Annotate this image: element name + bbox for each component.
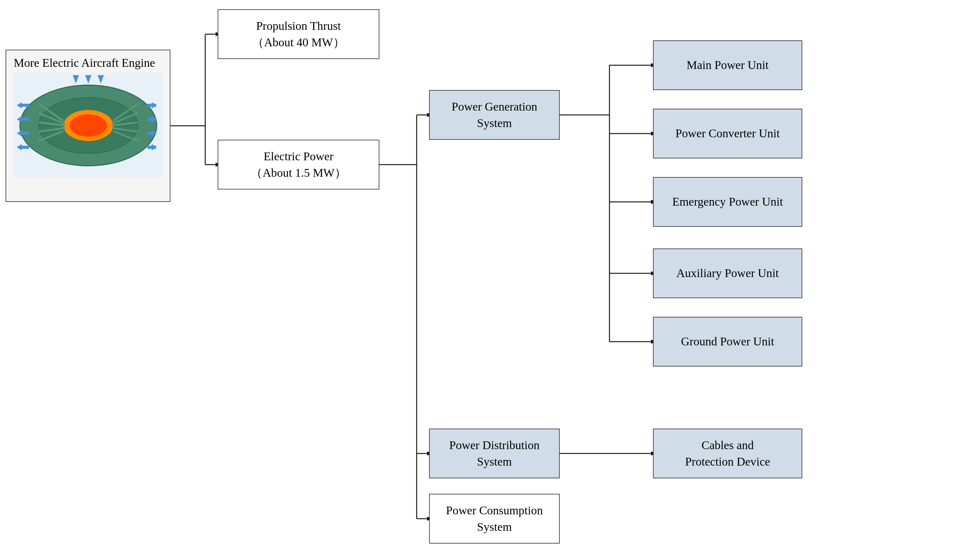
svg-marker-49 (20, 146, 29, 149)
engine-label: More Electric Aircraft Engine (14, 56, 155, 70)
main-power-unit-label: Main Power Unit (687, 57, 769, 73)
ground-power-unit-label: Ground Power Unit (681, 334, 774, 349)
engine-box: More Electric Aircraft Engine (6, 50, 171, 202)
svg-marker-43 (20, 104, 29, 107)
electric-power-box: Electric Power（About 1.5 MW） (217, 140, 379, 190)
power-consumption-box: Power ConsumptionSystem (429, 494, 560, 543)
svg-point-32 (70, 114, 107, 137)
cables-protection-box: Cables andProtection Device (653, 428, 802, 478)
diagram-container: More Electric Aircraft Engine (0, 0, 977, 560)
power-generation-label: Power GenerationSystem (452, 98, 537, 132)
power-generation-box: Power GenerationSystem (429, 90, 560, 140)
svg-marker-45 (20, 118, 29, 121)
propulsion-thrust-box: Propulsion Thrust（About 40 MW） (217, 9, 379, 59)
power-distribution-label: Power DistributionSystem (449, 437, 539, 470)
emergency-power-unit-box: Emergency Power Unit (653, 177, 802, 227)
cables-protection-label: Cables andProtection Device (685, 437, 770, 470)
main-power-unit-box: Main Power Unit (653, 40, 802, 90)
power-consumption-label: Power ConsumptionSystem (446, 502, 543, 535)
auxiliary-power-unit-label: Auxiliary Power Unit (676, 265, 779, 281)
propulsion-thrust-label: Propulsion Thrust（About 40 MW） (252, 18, 345, 51)
emergency-power-unit-label: Emergency Power Unit (672, 194, 783, 209)
power-distribution-box: Power DistributionSystem (429, 428, 560, 478)
electric-power-label: Electric Power（About 1.5 MW） (251, 148, 346, 181)
power-converter-unit-label: Power Converter Unit (675, 126, 780, 141)
power-converter-unit-box: Power Converter Unit (653, 109, 802, 158)
engine-illustration (14, 73, 163, 178)
ground-power-unit-box: Ground Power Unit (653, 317, 802, 367)
svg-marker-47 (20, 132, 29, 135)
auxiliary-power-unit-box: Auxiliary Power Unit (653, 248, 802, 298)
